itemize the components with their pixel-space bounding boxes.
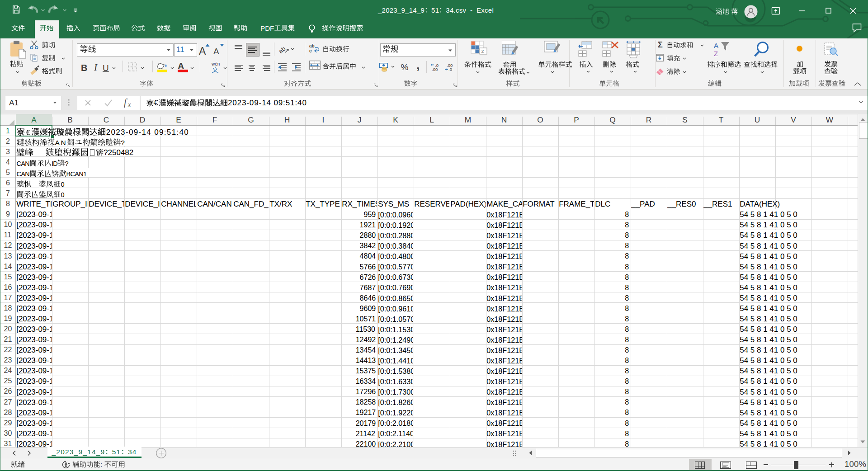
svg-text:≠: ≠	[481, 48, 485, 55]
svg-text:ab: ab	[309, 43, 315, 48]
svg-text:.0: .0	[448, 67, 452, 72]
svg-text:.00: .00	[432, 67, 438, 72]
svg-text:ab: ab	[278, 45, 287, 55]
svg-text:c: c	[309, 48, 312, 53]
svg-text:Z: Z	[714, 50, 718, 57]
svg-text:A: A	[714, 42, 718, 49]
